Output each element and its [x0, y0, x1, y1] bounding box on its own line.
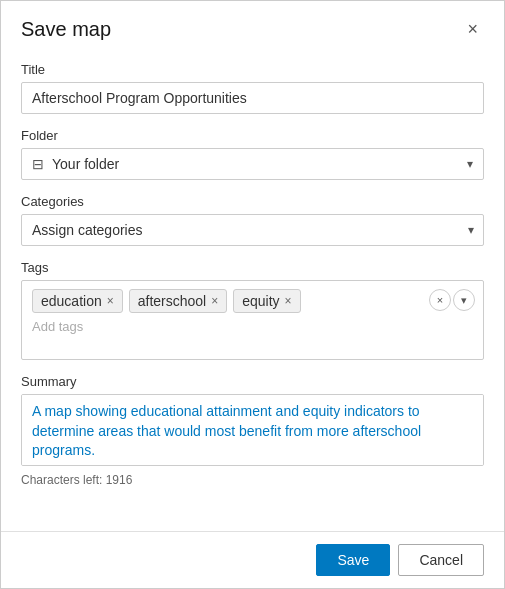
- tag-text-equity: equity: [242, 293, 279, 309]
- tags-container: education × afterschool × equity × × ▾: [21, 280, 484, 360]
- tags-field-group: Tags education × afterschool × equity ×: [21, 260, 484, 360]
- summary-wrapper: [21, 394, 484, 469]
- dialog-footer: Save Cancel: [1, 531, 504, 588]
- tag-chip-afterschool: afterschool ×: [129, 289, 228, 313]
- categories-select[interactable]: Assign categories: [21, 214, 484, 246]
- save-map-dialog: Save map × Title Folder ⊟ Your folder ▾ …: [0, 0, 505, 589]
- chars-left: Characters left: 1916: [21, 473, 484, 487]
- folder-label: Folder: [21, 128, 484, 143]
- summary-label: Summary: [21, 374, 484, 389]
- tag-remove-afterschool[interactable]: ×: [211, 294, 218, 308]
- folder-field-group: Folder ⊟ Your folder ▾: [21, 128, 484, 180]
- title-field-group: Title: [21, 62, 484, 114]
- tag-remove-education[interactable]: ×: [107, 294, 114, 308]
- title-label: Title: [21, 62, 484, 77]
- add-tags-placeholder: Add tags: [32, 319, 473, 334]
- tags-actions: × ▾: [429, 289, 475, 311]
- tag-text-afterschool: afterschool: [138, 293, 206, 309]
- tag-remove-equity[interactable]: ×: [285, 294, 292, 308]
- categories-field-group: Categories Assign categories ▾: [21, 194, 484, 246]
- title-input[interactable]: [21, 82, 484, 114]
- tags-expand-button[interactable]: ▾: [453, 289, 475, 311]
- tag-chip-education: education ×: [32, 289, 123, 313]
- tag-chip-equity: equity ×: [233, 289, 300, 313]
- tags-clear-button[interactable]: ×: [429, 289, 451, 311]
- close-button[interactable]: ×: [461, 17, 484, 42]
- categories-label: Categories: [21, 194, 484, 209]
- summary-textarea[interactable]: [21, 394, 484, 466]
- dialog-title: Save map: [21, 18, 111, 41]
- tags-row: education × afterschool × equity ×: [32, 289, 473, 313]
- folder-chevron-icon: ▾: [467, 157, 473, 171]
- tags-label: Tags: [21, 260, 484, 275]
- summary-field-group: Summary Characters left: 1916: [21, 374, 484, 487]
- folder-icon: ⊟: [32, 156, 44, 172]
- dialog-body: Title Folder ⊟ Your folder ▾ Categories …: [1, 54, 504, 531]
- cancel-button[interactable]: Cancel: [398, 544, 484, 576]
- tag-text-education: education: [41, 293, 102, 309]
- dialog-header: Save map ×: [1, 1, 504, 54]
- save-button[interactable]: Save: [316, 544, 390, 576]
- folder-select[interactable]: ⊟ Your folder ▾: [21, 148, 484, 180]
- categories-select-wrapper: Assign categories ▾: [21, 214, 484, 246]
- folder-value: Your folder: [52, 156, 467, 172]
